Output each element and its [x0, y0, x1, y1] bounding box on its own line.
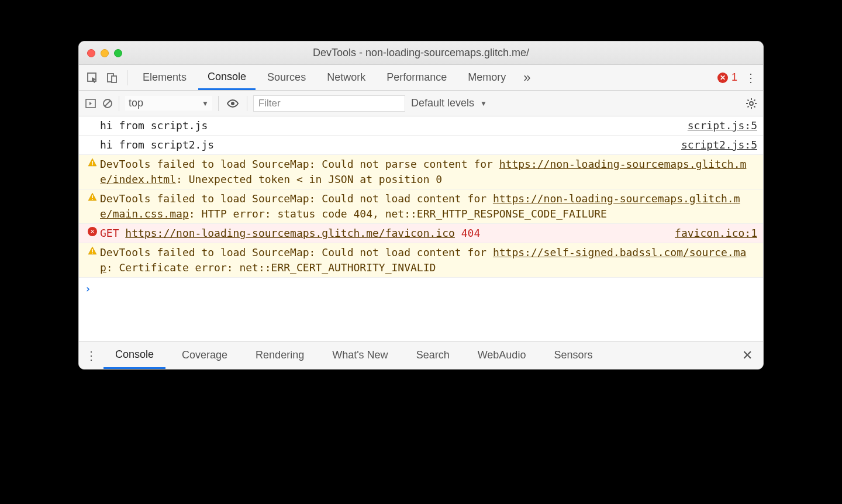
svg-rect-21	[92, 253, 93, 254]
svg-rect-2	[112, 76, 116, 82]
window-title: DevTools - non-loading-sourcemaps.glitch…	[79, 47, 763, 59]
window-close-button[interactable]	[87, 49, 95, 57]
drawer-tab-whatsnew[interactable]: What's New	[320, 342, 399, 369]
tab-console[interactable]: Console	[198, 65, 256, 90]
levels-label: Default levels	[411, 97, 474, 109]
drawer-tab-search[interactable]: Search	[405, 342, 461, 369]
prompt-chevron-icon: ›	[85, 281, 91, 296]
warning-icon	[88, 158, 97, 167]
console-row-error[interactable]: ✕ GET https://non-loading-sourcemaps.gli…	[79, 224, 763, 243]
source-link[interactable]: script.js:5	[688, 118, 757, 133]
drawer-tabs: ⋮ Console Coverage Rendering What's New …	[79, 341, 763, 369]
device-toggle-icon[interactable]	[103, 69, 121, 87]
drawer-menu-icon[interactable]: ⋮	[84, 348, 99, 363]
source-link[interactable]: favicon.ico:1	[675, 226, 757, 241]
svg-rect-18	[92, 195, 93, 198]
main-tabs: Elements Console Sources Network Perform…	[79, 65, 763, 91]
separator	[247, 96, 247, 111]
warning-message: DevTools failed to load SourceMap: Could…	[100, 191, 757, 222]
console-row-warning[interactable]: DevTools failed to load SourceMap: Could…	[79, 155, 763, 189]
drawer-tab-coverage[interactable]: Coverage	[170, 342, 239, 369]
console-row-warning[interactable]: DevTools failed to load SourceMap: Could…	[79, 189, 763, 224]
tab-performance[interactable]: Performance	[377, 65, 456, 90]
error-icon: ✕	[88, 227, 97, 236]
svg-rect-20	[92, 249, 93, 252]
log-message: hi from script.js	[100, 118, 688, 133]
error-icon: ✕	[717, 73, 728, 83]
toggle-sidebar-icon[interactable]	[85, 98, 96, 109]
window-controls	[87, 49, 122, 57]
live-expression-icon[interactable]	[225, 99, 241, 108]
svg-line-5	[105, 101, 111, 106]
svg-line-12	[748, 99, 749, 101]
error-badge[interactable]: ✕ 1	[717, 71, 741, 84]
tab-sources[interactable]: Sources	[258, 65, 315, 90]
log-message: hi from script2.js	[100, 137, 681, 153]
more-tabs-icon[interactable]: »	[517, 70, 536, 85]
settings-menu-icon[interactable]: ⋮	[743, 71, 758, 85]
context-selector[interactable]: top ▼	[125, 96, 212, 111]
console-settings-icon[interactable]	[746, 98, 757, 109]
clear-console-icon[interactable]	[102, 98, 113, 109]
console-toolbar: top ▼ Default levels ▼	[79, 91, 763, 116]
inspect-icon[interactable]	[84, 69, 101, 87]
svg-rect-17	[92, 164, 93, 165]
drawer-tab-sensors[interactable]: Sensors	[542, 342, 604, 369]
context-value: top	[129, 97, 143, 109]
svg-line-15	[754, 99, 755, 101]
source-link[interactable]: script2.js:5	[681, 137, 757, 153]
tab-elements[interactable]: Elements	[133, 65, 196, 90]
separator	[127, 70, 127, 85]
console-row-log[interactable]: hi from script.js script.js:5	[79, 116, 763, 136]
url-link[interactable]: https://non-loading-sourcemaps.glitch.me…	[125, 227, 455, 239]
drawer-tab-webaudio[interactable]: WebAudio	[466, 342, 538, 369]
warning-icon	[88, 192, 97, 202]
close-drawer-icon[interactable]: ✕	[736, 348, 758, 363]
console-row-warning[interactable]: DevTools failed to load SourceMap: Could…	[79, 243, 763, 278]
svg-rect-16	[92, 161, 93, 164]
titlebar: DevTools - non-loading-sourcemaps.glitch…	[79, 42, 763, 65]
tab-network[interactable]: Network	[318, 65, 375, 90]
separator	[119, 96, 119, 111]
window-minimize-button[interactable]	[101, 49, 109, 57]
separator	[218, 96, 219, 111]
svg-line-13	[754, 106, 755, 107]
drawer-tab-console[interactable]: Console	[103, 342, 165, 369]
console-row-log[interactable]: hi from script2.js script2.js:5	[79, 136, 763, 155]
window-maximize-button[interactable]	[114, 49, 122, 57]
svg-point-7	[750, 102, 753, 105]
filter-input[interactable]	[253, 95, 405, 112]
levels-selector[interactable]: Default levels ▼	[411, 97, 487, 109]
console-messages: hi from script.js script.js:5 hi from sc…	[79, 116, 763, 341]
warning-icon	[88, 246, 97, 256]
svg-rect-19	[92, 199, 93, 200]
drawer-tab-rendering[interactable]: Rendering	[244, 342, 316, 369]
warning-message: DevTools failed to load SourceMap: Could…	[100, 157, 757, 187]
devtools-window: DevTools - non-loading-sourcemaps.glitch…	[78, 41, 764, 370]
chevron-down-icon: ▼	[480, 99, 487, 108]
error-message: GET https://non-loading-sourcemaps.glitc…	[100, 226, 675, 241]
chevron-down-icon: ▼	[202, 99, 209, 108]
svg-line-14	[748, 106, 749, 107]
error-count: 1	[731, 71, 737, 84]
tab-memory[interactable]: Memory	[458, 65, 515, 90]
console-prompt[interactable]: ›	[79, 278, 763, 300]
svg-point-6	[231, 102, 234, 105]
status-code: 404	[461, 227, 481, 239]
warning-message: DevTools failed to load SourceMap: Could…	[100, 245, 757, 275]
